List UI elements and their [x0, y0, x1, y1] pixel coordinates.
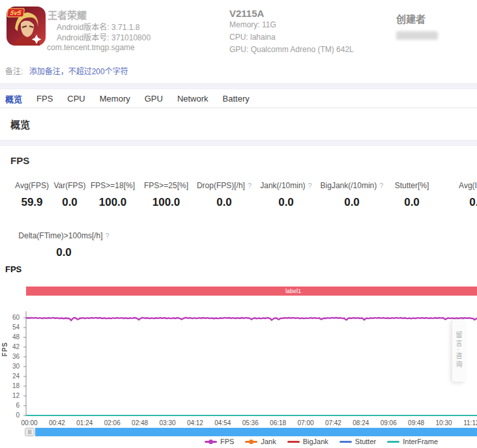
x-tick-label: 05:36: [237, 419, 264, 427]
app-versions: Android版本名: 3.71.1.8 Android版本号: 3710108…: [57, 22, 151, 43]
x-axis-labels: 00:0000:4201:2402:0602:4803:3004:1204:54…: [0, 419, 477, 427]
help-icon[interactable]: ?: [106, 232, 109, 240]
tab-Network[interactable]: Network: [177, 94, 209, 104]
fps-stats-row-2: Delta(FTime)>100ms[/h]?0.0: [12, 231, 477, 259]
legend-item-FPS[interactable]: FPS: [205, 438, 234, 445]
overview-heading: 概览: [10, 117, 30, 131]
note-row: 备注: 添加备注，不超过200个字符: [5, 65, 128, 76]
creator-name-blurred: [396, 31, 438, 40]
app-badge-text: 5v5: [10, 9, 22, 16]
plot-svg: [23, 306, 477, 418]
x-tick-label: 02:06: [98, 419, 126, 427]
legend-marker: [340, 441, 352, 443]
scrollbar-left-handle[interactable]: [25, 428, 35, 436]
stat-value: 0.0: [438, 196, 477, 209]
tab-GPU[interactable]: GPU: [145, 94, 163, 104]
device-model: V2115A: [229, 8, 354, 19]
stat-col: Delta(FTime)>100ms[/h]?0.0: [12, 231, 116, 259]
stat-label: Jank(/10min)?: [254, 181, 318, 190]
legend-dot-icon: [249, 440, 253, 444]
y-tick-label: 24: [0, 372, 20, 380]
y-tick-label: 48: [0, 333, 20, 341]
stat-col: Var(FPS)0.0: [52, 181, 87, 209]
report-page: 5v5 王者荣耀 Android版本名: 3.71.1.8 Android版本号…: [0, 0, 477, 448]
legend-marker: [287, 441, 300, 443]
x-tick-label: 09:48: [403, 419, 430, 427]
device-memory: Memory: 11G: [229, 19, 354, 31]
x-tick-label: 00:00: [16, 419, 43, 427]
legend-item-BigJank[interactable]: BigJank: [287, 438, 328, 445]
tab-概览[interactable]: 概览: [5, 92, 22, 105]
stat-label: Avg(FPS): [12, 181, 52, 190]
x-tick-label: 03:30: [154, 419, 181, 427]
tab-Battery[interactable]: Battery: [223, 94, 250, 104]
x-tick-label: 09:06: [375, 419, 402, 427]
series-line-FPS: [26, 318, 477, 320]
legend-item-Stutter[interactable]: Stutter: [340, 438, 376, 445]
stat-label: Delta(FTime)>100ms[/h]?: [12, 231, 116, 240]
stat-col: Avg(FPS)59.9: [12, 181, 52, 209]
x-tick-label: 06:18: [265, 419, 292, 427]
legend-item-Jank[interactable]: Jank: [245, 438, 276, 445]
y-tick-label: 42: [0, 343, 20, 351]
y-tick-label: 36: [0, 353, 20, 361]
feedback-widget[interactable]: 留言·咨询: [452, 319, 465, 382]
stat-col: Avg(InterF0.0: [438, 181, 477, 209]
app-name: 王者荣耀: [48, 8, 87, 21]
stat-value: 59.9: [12, 196, 52, 209]
legend-label: Stutter: [355, 438, 376, 445]
stat-label: Avg(InterF: [438, 181, 477, 190]
x-tick-label: 07:00: [292, 419, 319, 427]
app-version-name: Android版本名: 3.71.1.8: [57, 22, 151, 33]
app-version-code: Android版本号: 371010800: [57, 33, 151, 43]
stat-label: Stutter[%]: [386, 181, 438, 190]
stat-value: 0.0: [194, 196, 254, 209]
tab-CPU[interactable]: CPU: [67, 94, 85, 104]
device-cpu: CPU: lahaina: [229, 31, 354, 44]
legend-marker: [205, 441, 217, 443]
grip-icon: [29, 430, 30, 434]
x-tick-label: 01:24: [71, 419, 98, 427]
legend-label: BigJank: [303, 438, 328, 445]
x-tick-label: 00:42: [43, 419, 70, 427]
stat-col: BigJank(/10min)?0.0: [318, 181, 386, 209]
chart-legend: FPSJankBigJankStutterInterFrame: [205, 438, 438, 445]
y-tick-label: 12: [0, 392, 20, 400]
x-tick-label: 04:54: [209, 419, 237, 427]
tab-Memory[interactable]: Memory: [100, 94, 130, 104]
x-tick-label: 11:12: [457, 419, 477, 427]
scrollbar-track[interactable]: [35, 428, 477, 436]
tab-bar: 概览FPSCPUMemoryGPUNetworkBattery: [0, 89, 477, 108]
legend-marker: [387, 441, 399, 443]
y-tick-label: 0: [0, 412, 20, 419]
tab-FPS[interactable]: FPS: [36, 94, 53, 104]
y-tick-label: 54: [0, 324, 20, 331]
add-note-link[interactable]: 添加备注，不超过200个字符: [29, 67, 128, 76]
legend-marker: [245, 441, 257, 443]
stat-value: 100.0: [87, 196, 138, 209]
stat-col: FPS>=25[%]100.0: [138, 181, 194, 209]
feedback-widget-label: 留言·咨询: [454, 331, 463, 369]
stat-label: FPS>=25[%]: [138, 181, 194, 190]
x-tick-label: 08:24: [347, 419, 375, 427]
stat-label: FPS>=18[%]: [87, 181, 138, 190]
device-info: V2115A Memory: 11G CPU: lahaina GPU: Qua…: [229, 8, 354, 56]
device-gpu: GPU: Qualcomm Adreno (TM) 642L: [229, 44, 354, 56]
x-tick-label: 07:42: [319, 419, 347, 427]
chart-range-scrollbar: [0, 428, 477, 436]
y-tick-label: 30: [0, 363, 20, 371]
help-icon[interactable]: ?: [308, 182, 312, 189]
stat-value: 0.0: [52, 196, 87, 209]
legend-label: InterFrame: [403, 438, 438, 445]
y-tick-label: 6: [0, 402, 20, 410]
legend-item-InterFrame[interactable]: InterFrame: [387, 438, 438, 445]
help-icon[interactable]: ?: [379, 182, 383, 189]
stat-col: FPS>=18[%]100.0: [87, 181, 138, 209]
y-tick-label: 60: [0, 314, 20, 322]
fps-chart-heading: FPS: [5, 264, 22, 274]
x-tick-label: 02:48: [126, 419, 154, 427]
stat-col: Drop(FPS)[/h]?0.0: [194, 181, 254, 209]
help-icon[interactable]: ?: [248, 182, 252, 189]
app-package: com.tencent.tmgp.sgame: [47, 43, 135, 52]
stat-label: BigJank(/10min)?: [318, 181, 386, 190]
